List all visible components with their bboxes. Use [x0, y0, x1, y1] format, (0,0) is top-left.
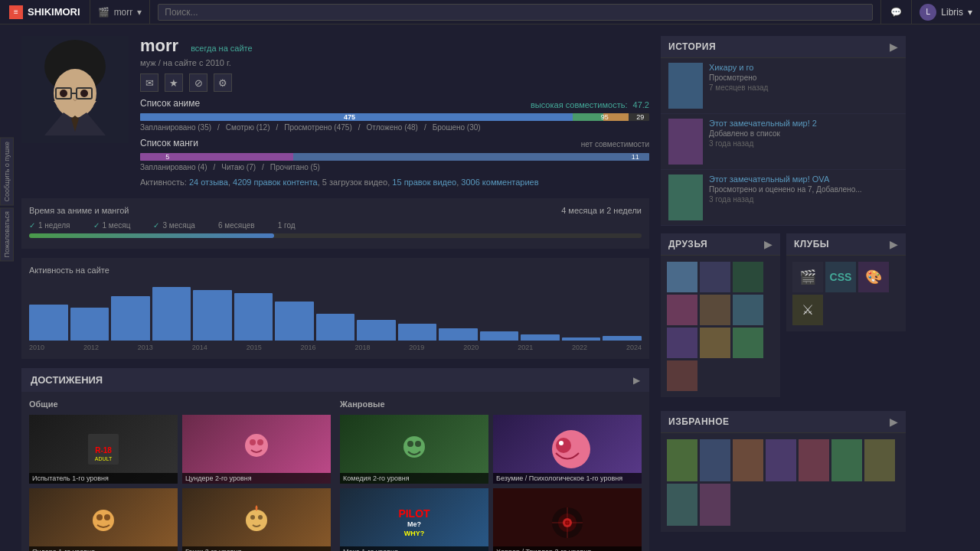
activity-reviews-link[interactable]: 24 отзыва	[189, 178, 228, 187]
history-thumb-2[interactable]	[668, 119, 703, 165]
search-bar	[150, 4, 880, 21]
clubs-header: КЛУБЫ ▶	[786, 233, 906, 256]
club-1[interactable]: 🎬	[792, 262, 823, 292]
profile-actions: ✉ ★ ⊘ ⚙	[140, 73, 649, 92]
search-input[interactable]	[158, 4, 873, 21]
chart-bar-2021	[480, 331, 519, 341]
friend-10[interactable]	[667, 360, 697, 391]
friend-7[interactable]	[667, 328, 697, 358]
achievements-title: ДОСТИЖЕНИЯ	[31, 374, 103, 386]
achievement-card-mecha[interactable]: PILOT Me? WHY? Меха 1-го уровня	[340, 488, 488, 551]
history-info-1: Хикару и го Просмотрено 7 месяцев назад	[709, 63, 898, 109]
history-title-2[interactable]: Этот замечательный мир! 2	[709, 119, 898, 128]
achievement-label-mecha: Меха 1-го уровня	[340, 546, 488, 551]
chart-bar-2020	[439, 328, 478, 341]
notifications-icon[interactable]: 💬	[880, 0, 911, 24]
achievement-card-comedy[interactable]: Комедия 2-го уровня	[340, 415, 488, 484]
nav-user[interactable]: 🎬 morr ▾	[90, 0, 151, 24]
chart-bar-2015	[234, 293, 273, 341]
svg-point-17	[246, 510, 267, 531]
nav-user-icon: 🎬	[98, 7, 109, 18]
friends-arrow[interactable]: ▶	[764, 238, 773, 250]
manga-bar-1	[140, 153, 293, 161]
fav-2[interactable]	[700, 439, 730, 481]
history-thumb-3[interactable]	[668, 174, 703, 220]
achievement-row-4: PILOT Me? WHY? Меха 1-го уровня	[340, 488, 642, 551]
svg-point-12	[250, 439, 256, 445]
achievement-card-ispytatel[interactable]: R-18 ADULT Испытатель 1-го уровня	[29, 415, 178, 484]
friend-9[interactable]	[733, 328, 763, 358]
history-section: ИСТОРИЯ ▶ Хикару и го Просмотрено 7 меся…	[661, 36, 906, 226]
friend-2[interactable]	[700, 262, 730, 292]
svg-point-19	[258, 515, 263, 520]
checkpoint-6months: 6 месяцев	[218, 221, 255, 230]
favorites-title: ИЗБРАННОЕ	[668, 416, 730, 427]
history-thumb-1[interactable]	[668, 63, 703, 109]
friend-6[interactable]	[733, 295, 763, 325]
achievement-card-horror[interactable]: Хоррор / Триллер 2-го уровня	[493, 488, 642, 551]
svg-text:R-18: R-18	[95, 446, 112, 455]
profile-info: morr всегда на сайте муж / на сайте с 20…	[140, 36, 649, 187]
logo[interactable]: ≡ SHIKIMORI	[0, 0, 90, 24]
chart-bar-2012	[111, 296, 150, 341]
checkpoint-3months: ✓ 3 месяца	[153, 221, 194, 230]
clubs-title: КЛУБЫ	[794, 239, 829, 249]
achievement-label-bezumie: Безумие / Психологическое 1-го уровня	[493, 473, 642, 484]
history-title-3[interactable]: Этот замечательный мир! OVA	[709, 174, 898, 184]
fav-7[interactable]	[864, 439, 895, 481]
user-menu-label: Libris	[941, 7, 963, 18]
chart-bar-2024	[603, 336, 642, 341]
no-compat-label: нет совместимости	[581, 140, 649, 148]
fav-6[interactable]	[831, 439, 862, 481]
profile-status: всегда на сайте	[191, 44, 253, 53]
sidebar-report-btn[interactable]: Сообщить о пушке	[0, 138, 14, 206]
friend-5[interactable]	[700, 295, 730, 325]
sidebar-complaint-btn[interactable]: Пожаловаться	[0, 207, 14, 261]
history-arrow[interactable]: ▶	[890, 41, 898, 53]
fav-4[interactable]	[766, 439, 796, 481]
fav-8[interactable]	[667, 484, 697, 526]
history-item-2: Этот замечательный мир! 2 Добавлено в сп…	[661, 114, 906, 170]
activity-comments-link[interactable]: 3006 комментариев	[461, 178, 538, 187]
friend-8[interactable]	[700, 328, 730, 358]
history-title-1[interactable]: Хикару и го	[709, 63, 898, 72]
time-total: 4 месяца и 2 недели	[561, 206, 642, 215]
club-4[interactable]: ⚔	[792, 295, 823, 325]
message-btn[interactable]: ✉	[140, 73, 158, 92]
friends-grid	[661, 256, 780, 397]
achievement-card-yandere[interactable]: Яндере 1-го уровня	[29, 488, 178, 551]
achievement-card-tsundere[interactable]: Цундере 2-го уровня	[182, 415, 331, 484]
manga-list-section: Список манги нет совместимости 5 11 Запл…	[140, 138, 649, 171]
fav-1[interactable]	[667, 439, 697, 481]
manga-bar-num2: 11	[632, 153, 639, 161]
achievements-arrow[interactable]: ▶	[633, 375, 640, 386]
achievement-card-bezumie[interactable]: Безумие / Психологическое 1-го уровня	[493, 415, 642, 484]
activity-edits-link[interactable]: 4209 правок контента	[233, 178, 318, 187]
club-2[interactable]: CSS	[825, 262, 856, 292]
avatar-image	[21, 36, 129, 143]
fav-9[interactable]	[700, 484, 730, 526]
settings-btn[interactable]: ⚙	[214, 73, 232, 92]
checkpoint-1month: ✓ 1 месяц	[93, 221, 131, 230]
club-3[interactable]: 🎨	[858, 262, 889, 292]
achievement-label-tsundere: Цундере 2-го уровня	[182, 473, 331, 484]
clubs-grid: 🎬 CSS 🎨 ⚔	[786, 256, 906, 331]
favorites-arrow[interactable]: ▶	[890, 416, 898, 428]
ignore-btn[interactable]: ⊘	[189, 73, 207, 92]
user-menu[interactable]: L Libris ▾	[911, 0, 980, 24]
chart-bar-2011	[70, 308, 109, 341]
chart-bar-2013	[152, 287, 191, 341]
friend-3[interactable]	[733, 262, 763, 292]
favorite-btn[interactable]: ★	[165, 73, 183, 92]
friend-1[interactable]	[667, 262, 697, 292]
achievements-genre: Жанровые	[340, 399, 642, 551]
profile-name: morr	[140, 36, 178, 56]
fav-3[interactable]	[733, 439, 763, 481]
friend-4[interactable]	[667, 295, 697, 325]
history-item-3: Этот замечательный мир! OVA Просмотрено …	[661, 170, 906, 226]
clubs-arrow[interactable]: ▶	[890, 238, 898, 250]
achievement-label-horror: Хоррор / Триллер 2-го уровня	[493, 546, 642, 551]
fav-5[interactable]	[799, 439, 829, 481]
achievement-card-genki[interactable]: Генки 2-го уровня	[182, 488, 331, 551]
activity-video-edits-link[interactable]: 15 правок видео	[392, 178, 456, 187]
